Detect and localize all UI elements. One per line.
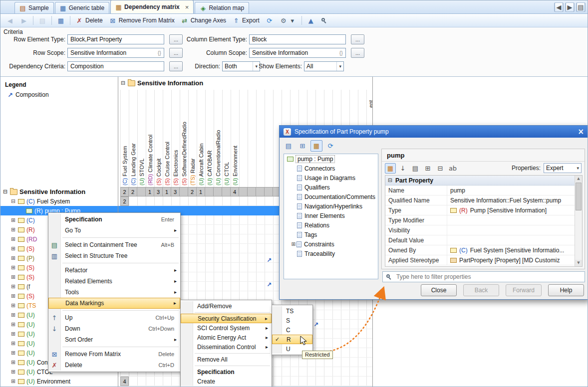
composition-link-icon[interactable]: ↗ <box>267 282 272 288</box>
spec-tree-node-tags[interactable]: Tags <box>284 230 378 239</box>
expand-expander-icon[interactable]: ⊞ <box>10 303 16 308</box>
refresh-button[interactable]: ⟳ <box>263 15 276 26</box>
column-header-cruise-control[interactable]: (S) Cruise Control <box>164 142 170 186</box>
tree-row-fuel-system[interactable]: ⊟(C)Fuel System <box>0 196 118 206</box>
column-header-aircraft-cabin[interactable]: (U) Aircraft Cabin <box>198 144 204 186</box>
change-axes-button[interactable]: ⇄Change Axes <box>178 15 229 26</box>
menu-item-tools[interactable]: Tools▸ <box>48 287 180 298</box>
property-row-qualified-name[interactable]: Qualified NameSensitive Information::Fue… <box>385 195 582 205</box>
collapse-expander-icon[interactable]: ⊟ <box>2 189 8 194</box>
column-scope-browse-button[interactable]: ... <box>351 48 364 58</box>
spec-tree-node-inner-elements[interactable]: Inner Elements <box>284 211 378 220</box>
property-value[interactable]: pump <box>447 186 582 195</box>
menu-item-s[interactable]: S <box>272 316 312 325</box>
column-element-type-input[interactable]: Block <box>249 34 346 44</box>
menu-item-data-markings[interactable]: Data Markings▸ <box>48 298 180 309</box>
menu-item-remove-from-matrix[interactable]: ⊠Remove From MatrixDelete <box>48 349 180 360</box>
property-value[interactable] <box>447 225 582 235</box>
scroll-up-icon[interactable]: ▲ <box>575 176 582 182</box>
menu-item-up[interactable]: ↑UpCtrl+Up <box>48 312 180 323</box>
property-row-visibility[interactable]: Visibility <box>385 225 582 235</box>
expand-expander-icon[interactable]: ⊞ <box>10 331 16 337</box>
expand-expander-icon[interactable]: ⊞ <box>10 227 16 232</box>
expand-expander-icon[interactable]: ⊞ <box>10 312 16 318</box>
search-button[interactable] <box>318 15 330 26</box>
spec-tree-node-constraints[interactable]: ⊞Constraints <box>284 239 378 249</box>
expand-expander-icon[interactable]: ⊞ <box>10 217 16 223</box>
tree-row-sensitive-information[interactable]: ⊟Sensitive Information <box>0 187 118 196</box>
expand-expander-icon[interactable]: ⊞ <box>10 360 16 365</box>
dependency-criteria-input[interactable]: Composition <box>67 61 164 71</box>
column-scope-input[interactable]: Sensitive Information{} <box>249 48 346 58</box>
menu-item-delete[interactable]: ✗DeleteCtrl+D <box>48 360 180 371</box>
menu-item-remove-all[interactable]: Remove All <box>181 355 272 364</box>
remove-from-matrix-button[interactable]: ⊠Remove From Matrix <box>106 15 177 26</box>
scroll-down-icon[interactable]: ▼ <box>575 260 582 266</box>
tab-generic-table[interactable]: ▦Generic table <box>55 2 109 13</box>
refresh-icon-button[interactable]: ⟳ <box>324 140 336 152</box>
menu-item-down[interactable]: ↓DownCtrl+Down <box>48 323 180 334</box>
show-elements-combo[interactable]: All▾ <box>304 61 344 71</box>
column-header-stovl[interactable]: (U) STOVL <box>139 159 145 186</box>
menu-item-specification[interactable]: SpecificationEnter <box>48 214 180 225</box>
remove-column-icon-button[interactable]: ⊟ <box>435 163 446 174</box>
column-header-environment[interactable]: (U) Environment <box>232 146 238 186</box>
tab-list-button[interactable]: ▤ <box>576 2 586 12</box>
collapse-expander-icon[interactable]: ⊟ <box>120 80 126 86</box>
tab-sample[interactable]: ▤Sample <box>14 2 54 13</box>
properties-scrollbar[interactable]: ▲ ▼ <box>575 176 582 266</box>
direction-combo[interactable]: Both▾ <box>222 61 260 71</box>
tab-dependency-matrix[interactable]: ▦Dependency matrix× <box>110 0 194 13</box>
expand-expander-icon[interactable]: ⊞ <box>10 284 16 289</box>
expand-expander-icon[interactable]: ⊞ <box>10 274 16 280</box>
minimize-criteria-button[interactable]: ▲ <box>304 15 317 26</box>
property-value[interactable] <box>447 235 582 245</box>
close-button[interactable]: Close <box>421 284 457 296</box>
spec-tree-node-usage-in-diagrams[interactable]: Usage in Diagrams <box>284 173 378 183</box>
column-header-electronics[interactable]: (S) Electronics <box>173 150 179 186</box>
row-element-type-input[interactable]: Block,Part Property <box>67 34 164 44</box>
column-header-cockpit[interactable]: (S) Cockpit <box>156 159 162 186</box>
options-button[interactable]: ⚙▾ <box>277 15 299 26</box>
spec-tree-node-relations[interactable]: Relations <box>284 220 378 230</box>
property-row-type-modifier[interactable]: Type Modifier <box>385 215 582 225</box>
menu-item-ts[interactable]: TS <box>272 306 312 316</box>
menu-item-specification[interactable]: Specification <box>181 367 272 377</box>
menu-item-refactor[interactable]: Refactor▸ <box>48 265 180 276</box>
expand-expander-icon[interactable]: ⊞ <box>10 369 16 375</box>
menu-item-security-classification[interactable]: Security Classification▸ <box>181 314 272 323</box>
row-element-type-browse-button[interactable]: ... <box>169 34 183 44</box>
column-header-softwaredefinedradio[interactable]: (S) SoftwareDefinedRadio <box>181 122 187 186</box>
properties-mode-combo[interactable]: Expert ▾ <box>544 163 582 173</box>
expand-expander-icon[interactable]: ⊞ <box>10 236 16 242</box>
spec-tree-node-connectors[interactable]: Connectors <box>284 164 378 173</box>
composition-link-icon[interactable]: ↗ <box>313 322 318 328</box>
property-row-type[interactable]: Type(R) Pump [Sensitive Information] <box>385 205 582 215</box>
tree-view-icon-button[interactable]: ⊞ <box>296 140 308 152</box>
column-header-fuel-system[interactable]: (C) Fuel System <box>122 146 128 186</box>
column-header-conventionalradio[interactable]: (U) ConventionalRadio <box>215 130 221 186</box>
tab-relation-map[interactable]: ◈Relation map <box>195 2 249 13</box>
expand-expander-icon[interactable]: ⊞ <box>291 241 296 247</box>
next-tab-button[interactable]: ▶ <box>565 2 575 12</box>
column-header-catobar[interactable]: (U) CATOBAR <box>207 151 213 186</box>
delete-button[interactable]: ✗Delete <box>73 15 105 26</box>
menu-item-atomic-energy-act[interactable]: Atomic Energy Act▸ <box>181 333 272 342</box>
spec-tree-node-traceability[interactable]: Traceability <box>284 249 378 258</box>
abc-icon-button[interactable]: ab <box>447 163 458 174</box>
column-header-climate-control[interactable]: (RD) Climate Control <box>147 135 153 186</box>
close-icon[interactable]: × <box>578 128 584 136</box>
close-tab-icon[interactable]: × <box>185 3 189 11</box>
menu-item-select-in-containment-tree[interactable]: ▤Select in Containment TreeAlt+B <box>48 239 180 250</box>
expand-expander-icon[interactable]: ⊞ <box>10 246 16 251</box>
menu-item-r[interactable]: ✓R <box>272 335 312 344</box>
expand-expander-icon[interactable]: ⊞ <box>10 350 16 356</box>
expand-expander-icon[interactable]: ⊞ <box>10 293 16 299</box>
column-group-header[interactable]: ⊟ Sensitive Information <box>120 79 206 87</box>
dependency-criteria-browse-button[interactable]: ... <box>169 61 183 71</box>
expand-expander-icon[interactable]: ⊞ <box>10 341 16 346</box>
composition-link-icon[interactable]: ↗ <box>267 257 272 263</box>
menu-item-sort-order[interactable]: Sort Order▸ <box>48 334 180 345</box>
expand-expander-icon[interactable]: ⊞ <box>10 379 16 384</box>
expand-expander-icon[interactable]: ⊞ <box>10 255 16 261</box>
